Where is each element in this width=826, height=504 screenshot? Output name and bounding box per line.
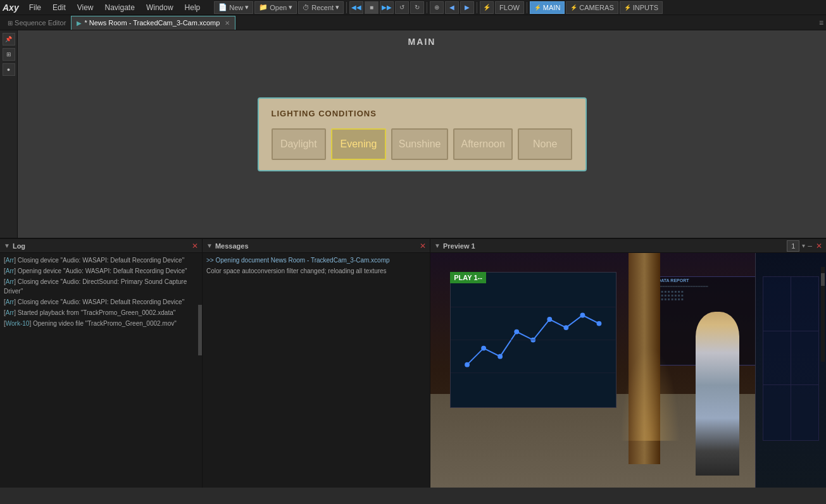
track-button[interactable]: ⊕ — [430, 1, 444, 14]
svg-point-6 — [564, 325, 569, 330]
bottom-panels: ▼ Log ✕ [Arr] Closing device "Audio: WAS… — [0, 238, 826, 488]
active-tab[interactable]: ▶ * News Room - TrackedCam_3-Cam.xcomp ✕ — [71, 16, 235, 30]
separator-2 — [427, 2, 427, 13]
svg-point-5 — [548, 317, 553, 322]
canvas-area: MAIN LIGHTING CONDITIONS Daylight Evenin… — [18, 30, 826, 238]
log-line-3: [Arr] Closing device "Audio: DirectSound… — [4, 277, 198, 296]
scene-play-badge: PLAY 1-- — [450, 272, 486, 283]
lighting-evening-button[interactable]: Evening — [331, 128, 386, 160]
cameras-button[interactable]: ⚡ CAMERAS — [566, 1, 618, 14]
side-panel: 📌 ⊞ ● — [0, 30, 18, 238]
messages-panel-title: Messages — [215, 242, 249, 250]
forward-button[interactable]: ▶▶ — [380, 1, 394, 14]
fwd-button[interactable]: ▶ — [460, 1, 474, 14]
messages-panel-wrapper: >> Opening document News Room - TrackedC… — [203, 253, 430, 488]
log-panel-header: ▼ Log ✕ — [0, 239, 202, 253]
preview-dropdown-arrow[interactable]: ▾ — [802, 242, 805, 249]
side-dot-button[interactable]: ● — [3, 63, 15, 76]
lighting-panel: LIGHTING CONDITIONS Daylight Evening Sun… — [258, 97, 587, 171]
back-button[interactable]: ◀ — [445, 1, 459, 14]
menu-window[interactable]: Window — [141, 2, 178, 13]
scene-screen — [450, 272, 616, 408]
log-panel-title: Log — [13, 242, 25, 250]
recent-button[interactable]: ⏱ Recent ▾ — [298, 1, 344, 14]
separator-3 — [477, 2, 477, 13]
log-line-5: [Arr] Started playback from "TrackPromo_… — [4, 308, 198, 317]
new-button[interactable]: 📄 New ▾ — [214, 1, 253, 14]
svg-point-0 — [465, 362, 470, 367]
log-panel-wrapper: [Arr] Closing device "Audio: WASAPI: Def… — [0, 253, 202, 488]
lighting-panel-title: LIGHTING CONDITIONS — [272, 109, 573, 118]
loop-button[interactable]: ↺ — [395, 1, 409, 14]
app-logo: Axy — [3, 3, 19, 13]
messages-panel-header: ▼ Messages ✕ — [203, 239, 430, 253]
svg-point-3 — [515, 329, 520, 334]
log-scrollbar-thumb[interactable] — [198, 305, 202, 355]
menubar: Axy File Edit View Navigate Window Help … — [0, 0, 826, 15]
messages-panel-close[interactable]: ✕ — [420, 242, 426, 250]
sequence-editor-tab[interactable]: ⊞ Sequence Editor — [3, 18, 71, 28]
main-area: 📌 ⊞ ● MAIN LIGHTING CONDITIONS Daylight … — [0, 30, 826, 238]
preview-scene: PLAY 1-- DATA REPORT ━━━━━━━━━━━━━━━━━━━… — [430, 253, 826, 488]
log-panel: ▼ Log ✕ [Arr] Closing device "Audio: WAS… — [0, 239, 203, 488]
separator-1 — [346, 2, 347, 13]
log-line-4: [Arr] Closing device "Audio: WASAPI: Def… — [4, 297, 198, 307]
msg-line-2: Color space autoconversion filter change… — [206, 266, 426, 276]
flow-button[interactable]: FLOW — [495, 1, 524, 14]
lighting-none-button[interactable]: None — [518, 128, 573, 160]
svg-point-1 — [481, 345, 486, 350]
preview-panel: ▼ Preview 1 1 ▾ – ✕ — [430, 239, 826, 488]
tabbar: ⊞ Sequence Editor ▶ * News Room - Tracke… — [0, 15, 826, 30]
canvas-title: MAIN — [408, 37, 436, 47]
preview-minimize[interactable]: – — [808, 242, 812, 250]
scene-light-spot — [620, 347, 680, 440]
loop2-button[interactable]: ↻ — [410, 1, 424, 14]
log-drag-icon: ▼ — [4, 242, 10, 249]
msg-line-1: >> Opening document News Room - TrackedC… — [206, 255, 426, 265]
open-button[interactable]: 📁 Open ▾ — [254, 1, 297, 14]
tab-close-button[interactable]: ✕ — [225, 20, 230, 27]
scene-person — [696, 312, 739, 476]
messages-drag-icon: ▼ — [206, 242, 213, 249]
lighting-buttons: Daylight Evening Sunshine Afternoon None — [272, 128, 573, 160]
main-button[interactable]: ⚡ MAIN — [530, 1, 565, 14]
preview-panel-header: ▼ Preview 1 1 ▾ – ✕ — [430, 239, 826, 253]
menu-file[interactable]: File — [24, 2, 46, 13]
menu-view[interactable]: View — [72, 2, 99, 13]
lighting-sunshine-button[interactable]: Sunshine — [391, 128, 449, 160]
svg-point-7 — [580, 312, 585, 317]
preview-close[interactable]: ✕ — [816, 242, 822, 250]
menu-navigate[interactable]: Navigate — [100, 2, 140, 13]
tab-options-button[interactable]: ≡ — [819, 18, 823, 27]
log-panel-content: [Arr] Closing device "Audio: WASAPI: Def… — [0, 253, 202, 332]
preview-content: PLAY 1-- DATA REPORT ━━━━━━━━━━━━━━━━━━━… — [430, 253, 826, 488]
rewind-button[interactable]: ◀◀ — [349, 1, 363, 14]
log-panel-close[interactable]: ✕ — [192, 242, 198, 250]
separator-4 — [527, 2, 527, 13]
log-line-1: [Arr] Closing device "Audio: WASAPI: Def… — [4, 255, 198, 265]
svg-point-8 — [597, 321, 602, 326]
side-grid-button[interactable]: ⊞ — [3, 48, 15, 61]
log-scrollbar[interactable] — [198, 267, 202, 488]
log-line-6: [Work-10] Opening video file "TrackPromo… — [4, 319, 198, 328]
lighting-afternoon-button[interactable]: Afternoon — [453, 128, 512, 160]
preview-panel-title: Preview 1 — [443, 242, 475, 250]
svg-point-2 — [497, 353, 503, 359]
preview-scrollbar[interactable] — [821, 267, 825, 362]
inputs-button[interactable]: ⚡ INPUTS — [620, 1, 663, 14]
ar-button[interactable]: ⚡ — [480, 1, 494, 14]
side-pin-button[interactable]: 📌 — [3, 33, 15, 46]
preview-number[interactable]: 1 — [787, 240, 799, 252]
scene-bg-right — [755, 253, 827, 488]
preview-drag-icon: ▼ — [434, 242, 441, 249]
messages-panel: ▼ Messages ✕ >> Opening document News Ro… — [203, 239, 430, 488]
preview-scrollbar-thumb[interactable] — [821, 273, 825, 286]
stop-button[interactable]: ■ — [365, 1, 379, 14]
log-line-2: [Arr] Opening device "Audio: WASAPI: Def… — [4, 266, 198, 276]
messages-panel-content: >> Opening document News Room - TrackedC… — [203, 253, 430, 280]
menu-help[interactable]: Help — [180, 2, 206, 13]
menu-edit[interactable]: Edit — [47, 2, 71, 13]
lighting-daylight-button[interactable]: Daylight — [272, 128, 327, 160]
